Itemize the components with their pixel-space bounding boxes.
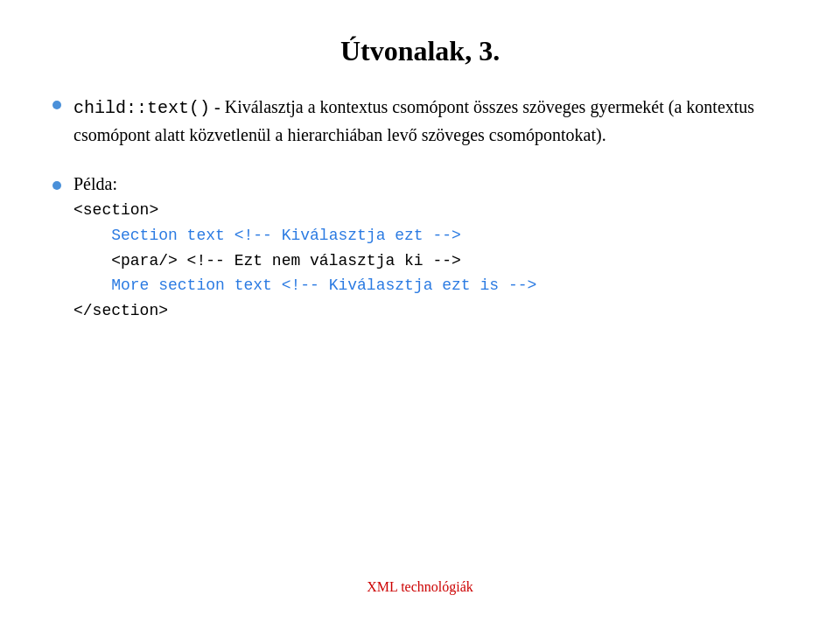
example-content: Példa: <section> Section text <!-- Kivál… [74,174,536,324]
footer: XML technológiák [52,562,788,595]
bullet-text-1: child::text() - Kiválasztja a kontextus … [74,94,788,148]
page-title: Útvonalak, 3. [52,35,788,67]
example-block: Példa: <section> Section text <!-- Kivál… [52,174,788,324]
footer-text: XML technológiák [367,579,473,594]
bullet-item-1: child::text() - Kiválasztja a kontextus … [52,94,788,148]
example-label: Példa: [74,174,536,194]
example-dot [52,181,61,190]
bullet-dot-1 [52,101,61,109]
content-area: child::text() - Kiválasztja a kontextus … [52,94,788,562]
page-container: Útvonalak, 3. child::text() - Kiválasztj… [0,0,840,630]
code-inline-child-text: child::text() [74,98,210,118]
code-block: <section> Section text <!-- Kiválasztja … [74,198,536,324]
